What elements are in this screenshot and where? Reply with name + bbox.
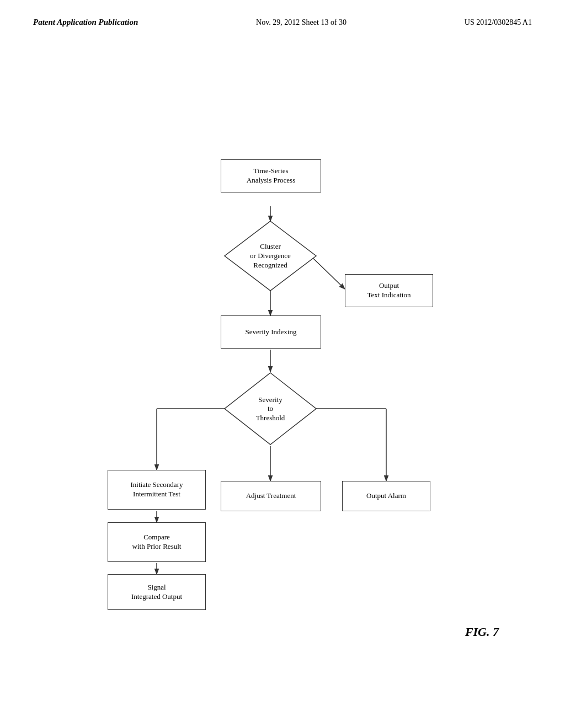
output-text-box: Output Text Indication (345, 274, 433, 307)
severity-threshold-diamond: Severity to Threshold (223, 372, 317, 446)
adjust-treatment-label: Adjust Treatment (246, 491, 296, 501)
time-series-box: Time-Series Analysis Process (221, 159, 321, 192)
time-series-label: Time-Series Analysis Process (247, 167, 295, 185)
signal-output-box: Signal Integrated Output (108, 574, 206, 610)
output-alarm-label: Output Alarm (366, 491, 406, 501)
figure-label: FIG. 7 (465, 625, 499, 639)
page-header: Patent Application Publication Nov. 29, … (0, 0, 565, 27)
cluster-divergence-diamond: Cluster or Divergence Recognized (223, 220, 317, 292)
patent-number: US 2012/0302845 A1 (465, 18, 532, 27)
cluster-divergence-label: Cluster or Divergence Recognized (233, 242, 308, 270)
severity-indexing-box: Severity Indexing (221, 315, 321, 349)
adjust-treatment-box: Adjust Treatment (221, 481, 321, 511)
signal-output-label: Signal Integrated Output (131, 583, 182, 602)
compare-prior-label: Compare with Prior Result (132, 533, 182, 552)
sheet-info: Nov. 29, 2012 Sheet 13 of 30 (256, 18, 347, 27)
initiate-test-label: Initiate Secondary Intermittent Test (131, 480, 183, 499)
initiate-test-box: Initiate Secondary Intermittent Test (108, 470, 206, 510)
compare-prior-box: Compare with Prior Result (108, 522, 206, 562)
output-alarm-box: Output Alarm (342, 481, 430, 511)
flowchart-area: Time-Series Analysis Process Cluster or … (0, 38, 565, 672)
output-text-label: Output Text Indication (367, 281, 411, 300)
cluster-diamond-shape: Cluster or Divergence Recognized (223, 220, 317, 292)
severity-threshold-label: Severity to Threshold (233, 395, 308, 423)
publication-label: Patent Application Publication (33, 18, 138, 27)
severity-indexing-label: Severity Indexing (246, 328, 297, 337)
severity-diamond-shape: Severity to Threshold (223, 372, 317, 446)
arrows-overlay (0, 38, 565, 672)
